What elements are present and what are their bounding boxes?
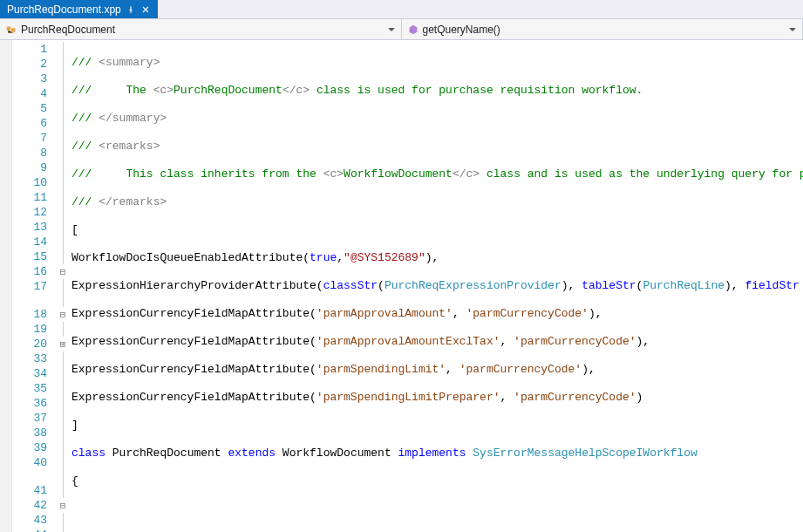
line-number: 7 — [12, 131, 56, 146]
fold-column: ⊟ ⊟ ⊞ ⊟ — [56, 40, 70, 532]
code-editor[interactable]: 1 2 3 4 5 6 7 8 9 10 11 12 13 14 15 16 1… — [0, 40, 803, 532]
navigation-bar: PurchReqDocument getQueryName() — [0, 19, 803, 40]
line-number: 41 — [12, 483, 56, 498]
fold-toggle[interactable]: ⊞ — [56, 337, 70, 351]
svg-rect-1 — [11, 28, 15, 31]
line-number: 1 — [12, 42, 56, 57]
line-number: 4 — [12, 86, 56, 101]
line-number: 15 — [12, 249, 56, 264]
line-number: 12 — [12, 205, 56, 220]
line-number: 8 — [12, 146, 56, 160]
nav-member-dropdown[interactable]: getQueryName() — [402, 19, 804, 39]
line-number: 35 — [12, 381, 56, 396]
line-number: 40 — [12, 455, 56, 470]
nav-class-name: PurchReqDocument — [21, 24, 115, 36]
chevron-down-icon — [387, 25, 396, 34]
line-number: 2 — [12, 57, 56, 72]
tab-bar: PurchReqDocument.xpp — [0, 0, 803, 19]
svg-rect-0 — [7, 26, 10, 30]
margin-strip — [0, 40, 12, 532]
line-number: 42 — [12, 498, 56, 513]
line-number: 16 — [12, 264, 56, 279]
method-icon — [407, 24, 419, 36]
line-number: 33 — [12, 351, 56, 366]
line-number: 9 — [12, 160, 56, 175]
chevron-down-icon — [788, 25, 797, 34]
line-number: 17 — [12, 279, 56, 294]
tab-filename: PurchReqDocument.xpp — [7, 3, 121, 16]
line-number — [12, 470, 56, 483]
nav-class-dropdown[interactable]: PurchReqDocument — [0, 19, 402, 39]
fold-toggle[interactable]: ⊟ — [56, 264, 70, 279]
line-number: 38 — [12, 426, 56, 440]
nav-member-name: getQueryName() — [423, 24, 500, 36]
line-number: 20 — [12, 337, 56, 351]
line-number: 11 — [12, 190, 56, 205]
line-number: 5 — [12, 101, 56, 116]
line-number: 14 — [12, 235, 56, 249]
code-content[interactable]: /// <summary> /// The <c>PurchReqDocumen… — [70, 40, 803, 532]
line-number: 34 — [12, 366, 56, 381]
pin-icon[interactable] — [126, 5, 135, 14]
close-icon[interactable] — [140, 4, 151, 15]
line-number: 10 — [12, 175, 56, 190]
class-icon — [5, 24, 17, 36]
file-tab[interactable]: PurchReqDocument.xpp — [0, 0, 158, 18]
fold-toggle[interactable]: ⊟ — [56, 498, 70, 513]
line-number — [12, 294, 56, 307]
line-number: 37 — [12, 411, 56, 426]
line-number: 43 — [12, 513, 56, 528]
line-number: 44 — [12, 528, 56, 532]
line-number: 18 — [12, 307, 56, 322]
line-number: 19 — [12, 322, 56, 337]
line-number: 6 — [12, 116, 56, 131]
fold-toggle[interactable]: ⊟ — [56, 307, 70, 322]
line-number-gutter: 1 2 3 4 5 6 7 8 9 10 11 12 13 14 15 16 1… — [12, 40, 56, 532]
line-number: 3 — [12, 72, 56, 86]
line-number: 39 — [12, 440, 56, 455]
line-number: 36 — [12, 396, 56, 411]
line-number: 13 — [12, 220, 56, 235]
